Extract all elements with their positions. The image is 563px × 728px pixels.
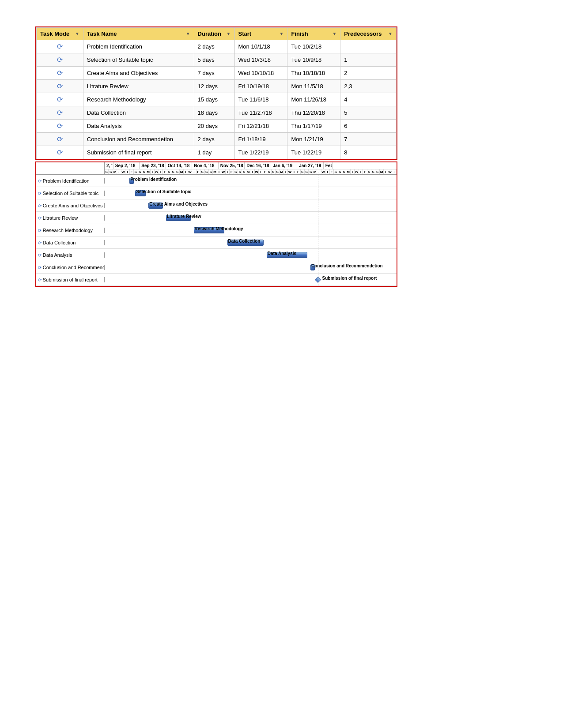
gantt-row: ⟳ Problem IdentificationProblem Identifi… (36, 175, 397, 187)
gantt-bar-label: Submission of final report (322, 276, 377, 281)
gantt-day-cell: T (259, 169, 263, 174)
gantt-day-cell: S (205, 169, 209, 174)
gantt-left-pad (36, 162, 105, 174)
sort-arrow-pred: ▼ (388, 31, 393, 36)
sort-arrow-duration: ▼ (227, 31, 231, 36)
gantt-vline (318, 236, 318, 248)
task-mode-cell: ⟳ (37, 146, 83, 159)
gantt-row-label: ⟳ Submission of final report (36, 277, 105, 282)
task-mode-icon: ⟳ (57, 56, 63, 64)
duration-cell: 15 days (194, 93, 234, 106)
header-duration[interactable]: Duration ▼ (194, 28, 234, 40)
gantt-month-cell: Feb (324, 162, 333, 169)
gantt-vline (318, 249, 318, 261)
gantt-day-cell: M (346, 169, 350, 174)
gantt-day-cell: W (321, 169, 325, 174)
gantt-day-cell: W (255, 169, 259, 174)
gantt-bar-label: Selection of Suitable topic (136, 189, 191, 194)
gantt-day-cell: S (200, 169, 204, 174)
gantt-vline (318, 187, 318, 199)
gantt-day-cell: W (121, 169, 125, 174)
header-predecessors[interactable]: Predecessors ▼ (340, 28, 397, 40)
task-name-cell: Research Methodology (83, 93, 194, 106)
gantt-bar-label: Conclusion and Recommendetion (311, 263, 383, 268)
gantt-row-label: ⟳ Litrature Review (36, 215, 105, 221)
gantt-day-cell: W (221, 169, 225, 174)
gantt-task-icon: ⟳ (38, 203, 43, 208)
gantt-table-container: Task Mode ▼ Task Name ▼ Duration ▼ (35, 26, 397, 160)
gantt-task-icon: ⟳ (38, 253, 43, 258)
gantt-month-cell: 2, '18 (105, 162, 113, 169)
header-predecessors-label: Predecessors (344, 30, 382, 37)
gantt-month-cell: Nov 25, '18 (219, 162, 245, 169)
start-cell: Tue 11/6/18 (234, 93, 287, 106)
gantt-day-cell: T (192, 169, 196, 174)
gantt-month-cell: Sep 2, '18 (113, 162, 140, 169)
task-name-cell: Submission of final report (83, 146, 194, 159)
gantt-header: 2, '18Sep 2, '18Sep 23, '18Oct 14, '18No… (36, 162, 397, 175)
gantt-day-cell: T (384, 169, 388, 174)
gantt-row: ⟳ Research MethodologyResearch Methodolo… (36, 224, 397, 236)
gantt-task-name: Research Methodology (43, 228, 93, 233)
gantt-row: ⟳ Conclusion and RecommendetionConclusio… (36, 261, 397, 274)
gantt-day-cell: S (134, 169, 138, 174)
table-row: ⟳Conclusion and Recommendetion2 daysFri … (37, 133, 397, 146)
gantt-day-cell: T (359, 169, 363, 174)
header-finish[interactable]: Finish ▼ (287, 28, 340, 40)
header-start-label: Start (238, 30, 252, 37)
header-task-name-label: Task Name (87, 30, 117, 37)
gantt-day-cell: S (238, 169, 242, 174)
task-mode-icon: ⟳ (57, 135, 63, 143)
header-finish-label: Finish (291, 30, 308, 37)
gantt-day-cell: M (146, 169, 150, 174)
gantt-row-chart: Data Collection (105, 236, 397, 248)
gantt-row-chart: Data Analysis (105, 249, 397, 261)
gantt-day-cell: S (109, 169, 113, 174)
gantt-day-cell: T (325, 169, 329, 174)
gantt-day-cell: S (105, 169, 109, 174)
gantt-month-cell: Nov 4, '18 (192, 162, 218, 169)
gantt-table: Task Mode ▼ Task Name ▼ Duration ▼ (36, 27, 397, 159)
gantt-timeline-header: 2, '18Sep 2, '18Sep 23, '18Oct 14, '18No… (105, 162, 397, 174)
gantt-day-cell: T (117, 169, 121, 174)
gantt-task-name: Problem Identification (43, 178, 90, 184)
table-row: ⟳Data Analysis20 daysFri 12/21/18Thu 1/1… (37, 120, 397, 133)
gantt-row: ⟳ Submission of final reportSubmission o… (36, 274, 397, 286)
gantt-day-cell: S (267, 169, 271, 174)
gantt-day-cell: T (392, 169, 396, 174)
finish-cell: Mon 11/5/18 (287, 80, 340, 93)
gantt-day-cell: F (196, 169, 200, 174)
gantt-day-cell: F (230, 169, 234, 174)
predecessors-cell: 8 (340, 146, 397, 159)
gantt-task-icon: ⟳ (38, 240, 43, 245)
header-duration-label: Duration (198, 30, 221, 37)
duration-cell: 12 days (194, 80, 234, 93)
gantt-day-cell: S (242, 169, 246, 174)
gantt-day-cell: S (171, 169, 175, 174)
table-row: ⟳Research Methodology15 daysTue 11/6/18M… (37, 93, 397, 106)
gantt-row-chart: Selection of Suitable topic (105, 187, 397, 199)
gantt-month-cell: Sep 23, '18 (140, 162, 166, 169)
gantt-row-label: ⟳ Create Aims and Objectives (36, 203, 105, 208)
gantt-day-cell: S (175, 169, 179, 174)
gantt-month-cell: Oct 14, '18 (166, 162, 192, 169)
gantt-task-name: Create Aims and Objectives (43, 203, 103, 208)
gantt-task-icon: ⟳ (38, 228, 43, 233)
header-task-name[interactable]: Task Name ▼ (83, 28, 194, 40)
task-mode-icon: ⟳ (57, 82, 63, 90)
table-row: ⟳Litrature Review12 daysFri 10/19/18Mon … (37, 80, 397, 93)
gantt-month-row: 2, '18Sep 2, '18Sep 23, '18Oct 14, '18No… (105, 162, 397, 169)
predecessors-cell: 2,3 (340, 80, 397, 93)
gantt-day-cell: T (284, 169, 288, 174)
gantt-day-cell: T (159, 169, 163, 174)
duration-cell: 7 days (194, 67, 234, 80)
task-name-cell: Selection of Suitable topic (83, 53, 194, 67)
header-start[interactable]: Start ▼ (234, 28, 287, 40)
sort-arrow-start: ▼ (280, 31, 284, 36)
header-task-mode[interactable]: Task Mode ▼ (37, 28, 83, 40)
gantt-day-cell: S (301, 169, 305, 174)
gantt-task-icon: ⟳ (38, 191, 43, 196)
gantt-task-name: Submission of final report (43, 277, 98, 282)
gantt-task-name: Selection of Suitable topic (43, 191, 99, 196)
gantt-row-chart: Research Methodology (105, 224, 397, 236)
